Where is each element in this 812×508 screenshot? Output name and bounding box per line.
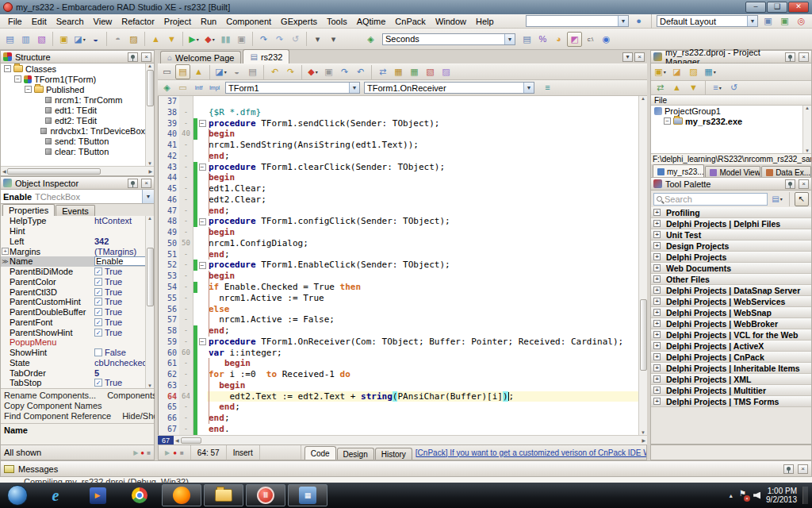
show-form-button[interactable]: ▭ xyxy=(159,64,174,79)
tree-item[interactable]: −Classes xyxy=(1,64,145,74)
property-value[interactable]: ✓True xyxy=(94,318,145,327)
property-row[interactable]: ParentBiDiMode✓True xyxy=(1,267,145,277)
run-button[interactable]: ▶▾ xyxy=(186,32,201,47)
code-line[interactable]: 55- nrcm1.Active := True xyxy=(159,293,638,304)
checkbox-icon[interactable]: ✓ xyxy=(94,298,102,306)
property-value[interactable]: False xyxy=(94,348,145,357)
taskbar-firefox[interactable] xyxy=(162,484,201,506)
expand-icon[interactable]: + xyxy=(653,209,661,216)
cnpack-message-link[interactable]: [CnPack] If you want to get a customized… xyxy=(416,448,646,457)
checkbox-icon[interactable]: ✓ xyxy=(94,267,102,275)
property-row[interactable]: ParentCustomHint✓True xyxy=(1,297,145,307)
palette-category-delphi-projects-tms-forms[interactable]: +Delphi Projects | TMS Forms xyxy=(651,396,811,407)
code-editor[interactable]: 3738-{$R *.dfm}39-−procedure TForm1.send… xyxy=(158,96,647,435)
class-combo[interactable]: TForm1 ▼ xyxy=(225,82,360,94)
taskbar-internet-explorer[interactable]: e xyxy=(36,484,75,506)
chevron-down-icon[interactable]: ▾ xyxy=(316,69,318,75)
pm-tab-my-rs-[interactable]: my_rs23... xyxy=(653,164,704,178)
menu-gexperts[interactable]: GExperts xyxy=(276,15,322,28)
property-row[interactable]: TabStop✓True xyxy=(1,378,145,388)
checkbox-icon[interactable]: ✓ xyxy=(94,308,102,316)
checkbox-icon[interactable]: ✓ xyxy=(94,329,102,337)
expand-icon[interactable]: + xyxy=(653,287,661,294)
tree-item[interactable]: edt1: TEdit xyxy=(1,105,145,115)
palette-category-delphi-projects-webbroker[interactable]: +Delphi Projects | WebBroker xyxy=(651,318,811,329)
macro-record-button[interactable]: ▦ xyxy=(391,64,406,79)
pm-open-button[interactable]: ◪ xyxy=(669,64,684,79)
pause-button[interactable]: ▮▮ xyxy=(218,32,233,47)
cursor-tool-button[interactable]: ↖ xyxy=(795,192,809,206)
code-line[interactable]: 42-end; xyxy=(159,151,638,162)
property-value[interactable]: (TMargins) xyxy=(94,247,145,256)
pm-add-button[interactable]: ▲ xyxy=(669,80,684,95)
save-desktop-button[interactable]: ▣ xyxy=(760,13,776,29)
property-row[interactable]: ≫Name… xyxy=(1,256,145,267)
form-preview-button[interactable]: ▭ xyxy=(175,80,190,95)
tree-item[interactable]: send: TButton xyxy=(1,136,145,146)
property-value[interactable]: ✓True xyxy=(94,378,145,387)
checkbox-icon[interactable]: ✓ xyxy=(94,318,102,326)
menu-refactor[interactable]: Refactor xyxy=(117,15,159,28)
expand-icon[interactable]: + xyxy=(653,375,661,383)
property-value[interactable]: ✓True xyxy=(94,328,145,337)
action-center-icon[interactable]: × xyxy=(739,491,748,500)
run-second-button[interactable]: ◆▾ xyxy=(305,64,320,79)
menu-edit[interactable]: Edit xyxy=(27,15,52,28)
property-row[interactable]: ParentColor✓True xyxy=(1,277,145,287)
breakpoint-button[interactable]: ▣ xyxy=(321,64,336,79)
code-line[interactable]: 5050nrcm1.ConfigDialog; xyxy=(159,238,638,249)
menu-view[interactable]: View xyxy=(89,15,117,28)
fold-collapse-icon[interactable]: − xyxy=(199,338,206,345)
code-line[interactable]: 39-−procedure TForm1.sendClick(Sender: T… xyxy=(159,118,638,129)
palette-category-unit-test[interactable]: +Unit Test xyxy=(651,229,811,241)
code-template-button[interactable]: ▧ xyxy=(423,64,438,79)
property-row[interactable]: StatecbUnchecked xyxy=(1,358,145,368)
new-items-button[interactable]: ▣ xyxy=(56,32,71,47)
code-line[interactable]: 53-begin xyxy=(159,271,638,282)
cnpack-paste-button[interactable]: ▥ xyxy=(18,32,33,47)
pm-remove-button[interactable]: ▼ xyxy=(686,80,701,95)
save-unit-button[interactable]: ◒ xyxy=(229,64,244,79)
palette-category-delphi-projects-datasnap-server[interactable]: +Delphi Projects | DataSnap Server xyxy=(651,285,811,296)
pm-tab-model-view[interactable]: Model View xyxy=(705,166,760,178)
cnpack-options-button[interactable]: ◎ xyxy=(794,13,809,29)
editor-tab-welcome-page[interactable]: ⌂Welcome Page xyxy=(160,51,241,64)
expand-icon[interactable]: + xyxy=(653,342,661,349)
palette-category-delphi-projects[interactable]: +Delphi Projects xyxy=(651,252,811,263)
tree-item[interactable]: edt2: TEdit xyxy=(1,115,145,125)
trace-button[interactable]: ↷ xyxy=(337,64,352,79)
palette-category-profiling[interactable]: +Profiling xyxy=(651,207,811,218)
chevron-down-icon[interactable]: ▼ xyxy=(618,16,628,26)
palette-category-delphi-projects-activex[interactable]: +Delphi Projects | ActiveX xyxy=(651,341,811,352)
chevron-down-icon[interactable]: ▾ xyxy=(664,69,666,75)
property-row[interactable]: Hint xyxy=(1,226,145,237)
volume-icon[interactable] xyxy=(753,492,760,499)
macro-play-button[interactable]: ▦ xyxy=(407,64,422,79)
menu-component[interactable]: Component xyxy=(221,15,276,28)
menu-cnpack[interactable]: CnPack xyxy=(390,15,431,28)
code-line[interactable]: 43-−procedure TForm1.clearClick(Sender: … xyxy=(159,162,638,173)
property-value[interactable]: ✓True xyxy=(94,287,145,297)
pm-new-button[interactable]: ▣▾ xyxy=(653,64,668,79)
property-value[interactable]: ✓True xyxy=(94,307,145,317)
code-line[interactable]: 67-end. xyxy=(159,424,638,435)
cnpack-convert-button[interactable]: ▧ xyxy=(34,32,49,47)
expand-icon[interactable]: + xyxy=(653,242,661,249)
property-value[interactable]: ✓True xyxy=(94,267,145,276)
show-desktop-button[interactable] xyxy=(802,487,808,504)
method-combo[interactable]: TForm1.OnReceiver ▼ xyxy=(364,82,534,94)
tab-events[interactable]: Events xyxy=(56,205,95,216)
program-reset-button[interactable]: ▣ xyxy=(234,32,249,47)
expand-icon[interactable]: + xyxy=(653,253,661,260)
taskbar-clock[interactable]: 1:00 PM 9/2/2013 xyxy=(766,487,797,504)
taskbar-media-player[interactable]: ▶ xyxy=(78,484,117,506)
menu-aqtime[interactable]: AQtime xyxy=(352,15,391,28)
code-line[interactable]: 46-edt2.Clear; xyxy=(159,194,638,206)
pie-chart-button[interactable]: ◕ xyxy=(551,32,566,47)
menu-help[interactable]: Help xyxy=(471,15,499,28)
code-line[interactable]: 59-−procedure TForm1.OnReceiver(Com: TOb… xyxy=(159,337,638,348)
close-icon[interactable]: × xyxy=(141,179,151,188)
code-line[interactable]: 47-end; xyxy=(159,206,638,217)
code-line[interactable]: 63- begin xyxy=(159,380,638,391)
project-vscroll[interactable]: ▲▼ xyxy=(802,106,811,153)
